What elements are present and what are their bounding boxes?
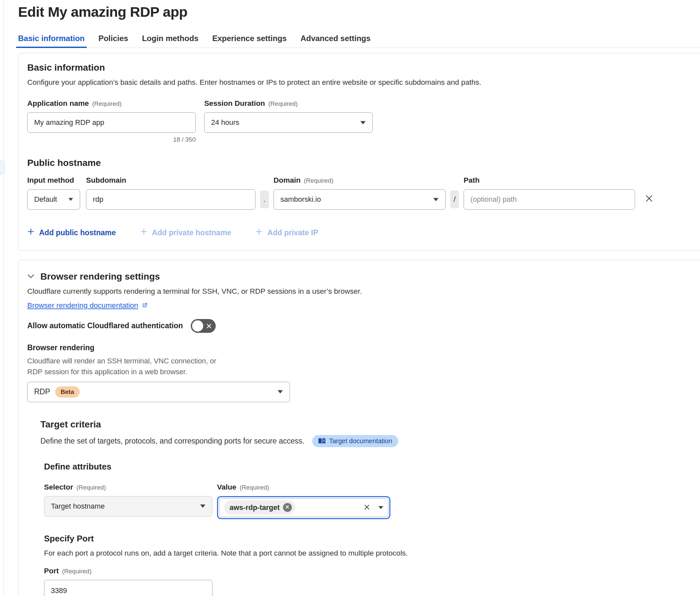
application-name-input[interactable] — [27, 113, 196, 133]
close-icon — [645, 194, 653, 204]
dropdown-caret-icon — [433, 198, 439, 201]
remove-hostname-button[interactable] — [645, 194, 653, 204]
page-left-divider — [3, 0, 4, 596]
domain-select[interactable]: samborski.io — [274, 189, 445, 209]
target-documentation-badge[interactable]: Target documentation — [312, 435, 398, 447]
browser-rendering-description: Cloudflare currently supports rendering … — [27, 287, 692, 296]
slash-separator: / — [450, 191, 459, 208]
selector-label: Selector — [44, 483, 73, 492]
target-criteria-description: Define the set of targets, protocols, an… — [41, 437, 304, 446]
tab-experience-settings[interactable]: Experience settings — [212, 34, 287, 48]
x-icon — [363, 504, 370, 512]
protocol-value: RDP — [34, 388, 50, 396]
application-name-required: (Required) — [92, 100, 122, 107]
path-input[interactable] — [464, 189, 635, 209]
browser-rendering-subheading: Browser rendering — [27, 343, 692, 352]
port-input[interactable] — [44, 580, 212, 596]
value-multiselect-focused[interactable]: aws-rdp-target — [217, 496, 390, 519]
specify-port-heading: Specify Port — [44, 533, 692, 544]
external-link-icon — [141, 302, 148, 308]
input-method-label: Input method — [27, 176, 74, 185]
basic-information-description: Configure your application’s basic detai… — [27, 77, 692, 88]
tab-login-methods[interactable]: Login methods — [142, 34, 198, 48]
left-edge-scroll-fragment — [0, 160, 5, 175]
dropdown-caret-icon[interactable] — [375, 506, 384, 509]
target-criteria-heading: Target criteria — [41, 419, 692, 430]
dropdown-caret-icon — [200, 504, 206, 508]
add-private-hostname-label: Add private hostname — [152, 228, 231, 237]
selector-value: Target hostname — [51, 502, 105, 511]
path-label: Path — [464, 176, 480, 185]
add-private-ip-button[interactable]: Add private IP — [255, 228, 318, 237]
plus-icon — [255, 228, 263, 237]
tab-advanced-settings[interactable]: Advanced settings — [301, 34, 370, 48]
port-label: Port — [44, 567, 59, 575]
target-documentation-label: Target documentation — [329, 437, 392, 445]
tab-policies[interactable]: Policies — [99, 34, 128, 48]
subdomain-label: Subdomain — [86, 176, 126, 185]
session-duration-label: Session Duration — [204, 99, 265, 108]
public-hostname-row: Input method Default Subdomain . Domain … — [27, 176, 692, 209]
tab-bar: Basic information Policies Login methods… — [18, 34, 700, 48]
add-public-hostname-button[interactable]: Add public hostname — [27, 228, 116, 237]
subdomain-input[interactable] — [86, 189, 255, 209]
plus-icon — [140, 228, 148, 237]
protocol-select[interactable]: RDP Beta — [27, 382, 290, 402]
edit-app-page: Edit My amazing RDP app Basic informatio… — [18, 0, 700, 596]
browser-rendering-subdescription: Cloudflare will render an SSH terminal, … — [27, 355, 218, 377]
browser-rendering-card: Browser rendering settings Cloudflare cu… — [18, 260, 700, 596]
x-icon — [285, 505, 289, 510]
specify-port-description: For each port a protocol runs on, add a … — [44, 548, 692, 558]
public-hostname-heading: Public hostname — [27, 158, 692, 168]
add-private-hostname-button[interactable]: Add private hostname — [140, 228, 231, 237]
define-attributes-heading: Define attributes — [44, 462, 692, 472]
remove-tag-button[interactable] — [283, 503, 292, 512]
page-title: Edit My amazing RDP app — [18, 4, 700, 20]
dot-separator: . — [260, 191, 269, 208]
session-duration-required: (Required) — [268, 100, 298, 107]
application-name-label: Application name — [27, 99, 89, 108]
session-duration-value: 24 hours — [211, 118, 239, 127]
browser-rendering-doc-link[interactable]: Browser rendering documentation — [27, 301, 138, 310]
add-public-hostname-label: Add public hostname — [39, 228, 116, 237]
port-required: (Required) — [62, 568, 92, 575]
input-method-select[interactable]: Default — [27, 189, 80, 209]
value-tag: aws-rdp-target — [224, 500, 295, 515]
toggle-knob — [192, 320, 203, 331]
selector-required: (Required) — [77, 484, 106, 491]
input-method-value: Default — [34, 195, 57, 204]
book-icon — [318, 438, 326, 444]
add-private-ip-label: Add private IP — [267, 228, 318, 237]
chevron-down-icon — [27, 274, 34, 280]
cloudflared-auth-toggle-label: Allow automatic Cloudflared authenticati… — [27, 321, 183, 330]
toggle-off-x-icon — [206, 323, 212, 330]
basic-information-card: Basic information Configure your applica… — [18, 53, 700, 251]
domain-required: (Required) — [304, 177, 334, 184]
dropdown-caret-icon — [278, 390, 283, 394]
tab-basic-information[interactable]: Basic information — [18, 34, 85, 48]
application-name-counter: 18 / 350 — [27, 136, 196, 143]
plus-icon — [27, 228, 34, 237]
domain-value: samborski.io — [280, 195, 321, 204]
selector-select[interactable]: Target hostname — [44, 496, 212, 517]
value-required: (Required) — [240, 484, 269, 491]
browser-rendering-collapse-header[interactable]: Browser rendering settings — [27, 271, 692, 282]
value-tag-label: aws-rdp-target — [230, 503, 280, 512]
beta-badge: Beta — [55, 387, 80, 398]
session-duration-select[interactable]: 24 hours — [204, 113, 373, 133]
value-label: Value — [217, 483, 236, 492]
dropdown-caret-icon — [68, 198, 73, 201]
cloudflared-auth-toggle[interactable] — [191, 319, 216, 333]
clear-value-button[interactable] — [362, 504, 372, 512]
dropdown-caret-icon — [360, 121, 366, 125]
domain-label: Domain — [274, 176, 301, 185]
basic-information-heading: Basic information — [27, 63, 692, 73]
browser-rendering-settings-heading: Browser rendering settings — [41, 271, 160, 282]
